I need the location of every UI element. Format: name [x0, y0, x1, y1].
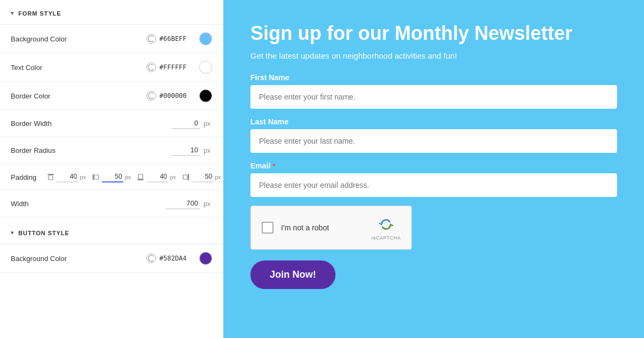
padding-top-icon: [46, 173, 55, 181]
btn-bg-color-hex: #582DA4: [159, 255, 196, 262]
form-title: Sign up for our Monthly Newsletter: [250, 22, 617, 45]
border-radius-input[interactable]: [171, 145, 200, 156]
captcha-left: I'm not a robot: [262, 222, 329, 234]
text-color-row: Text Color #FFFFFF: [0, 53, 223, 82]
recaptcha-label: reCAPTCHA: [372, 235, 401, 241]
left-panel: ▾ FORM STYLE Background Color #66BEFF Te…: [0, 0, 223, 338]
padding-bottom-input[interactable]: [146, 172, 168, 182]
padding-top-unit: px: [80, 174, 86, 180]
padding-right-group: px: [181, 172, 221, 182]
border-width-row: Border Width px: [0, 110, 223, 137]
form-subtitle: Get the latest updates on neighborhood a…: [250, 51, 617, 60]
button-style-title: BUTTON STYLE: [18, 230, 69, 236]
email-label: Email *: [250, 161, 617, 170]
text-color-reset-icon[interactable]: [146, 62, 156, 72]
svg-rect-1: [48, 175, 53, 180]
text-color-hex: #FFFFFF: [159, 64, 196, 71]
bg-color-swatch[interactable]: [199, 32, 212, 45]
btn-bg-color-reset-icon[interactable]: [146, 254, 156, 263]
bg-color-label: Background Color: [11, 35, 142, 43]
last-name-input[interactable]: [250, 129, 617, 153]
width-row: Width px: [0, 191, 223, 217]
btn-bg-color-row: Background Color #582DA4: [0, 244, 223, 273]
padding-row: Padding px px: [0, 164, 223, 191]
bg-color-reset-icon[interactable]: [146, 34, 156, 44]
border-color-controls: #000000: [146, 89, 212, 102]
padding-left-icon: [92, 173, 100, 181]
captcha-checkbox[interactable]: [262, 222, 274, 234]
captcha-box[interactable]: I'm not a robot reCAPTCHA: [250, 206, 412, 250]
btn-bg-color-controls: #582DA4: [146, 252, 212, 265]
padding-top-group: px: [46, 172, 86, 182]
form-style-title: FORM STYLE: [18, 10, 61, 17]
border-color-reset-icon[interactable]: [146, 91, 156, 101]
text-color-label: Text Color: [11, 64, 142, 72]
captcha-right: reCAPTCHA: [372, 215, 401, 241]
width-label: Width: [11, 200, 162, 208]
svg-rect-6: [188, 174, 189, 180]
width-unit: px: [204, 200, 212, 208]
border-radius-row: Border Radius px: [0, 137, 223, 164]
border-color-hex: #000000: [159, 92, 196, 100]
padding-left-unit: px: [125, 174, 131, 180]
first-name-input[interactable]: [250, 85, 617, 109]
padding-left-input[interactable]: [102, 172, 123, 182]
button-style-chevron: ▾: [11, 229, 14, 236]
padding-right-icon: [181, 173, 190, 181]
svg-rect-2: [93, 174, 94, 180]
last-name-label: Last Name: [250, 117, 617, 126]
border-width-input[interactable]: [171, 118, 200, 129]
bg-color-controls: #66BEFF: [146, 32, 212, 45]
border-radius-controls: px: [171, 145, 212, 156]
svg-rect-0: [47, 174, 54, 175]
border-width-controls: px: [171, 118, 212, 129]
padding-bottom-group: px: [136, 172, 176, 182]
border-radius-label: Border Radius: [11, 146, 167, 154]
button-style-header[interactable]: ▾ BUTTON STYLE: [0, 220, 223, 244]
form-container: Sign up for our Monthly Newsletter Get t…: [250, 22, 617, 289]
padding-right-unit: px: [215, 174, 221, 180]
svg-rect-5: [138, 174, 143, 179]
border-color-swatch[interactable]: [199, 89, 212, 102]
svg-rect-4: [137, 179, 144, 180]
padding-label: Padding: [11, 173, 40, 181]
border-color-label: Border Color: [11, 92, 142, 100]
form-style-header[interactable]: ▾ FORM STYLE: [0, 0, 223, 24]
join-now-button[interactable]: Join Now!: [250, 260, 335, 289]
recaptcha-logo: [376, 215, 396, 234]
width-input[interactable]: [166, 198, 200, 209]
bg-color-row: Background Color #66BEFF: [0, 25, 223, 53]
right-panel: Sign up for our Monthly Newsletter Get t…: [223, 0, 644, 338]
email-input[interactable]: [250, 173, 617, 197]
bg-color-hex: #66BEFF: [159, 35, 196, 43]
svg-rect-7: [183, 175, 187, 179]
btn-bg-color-label: Background Color: [11, 255, 142, 263]
width-controls: px: [166, 198, 212, 209]
svg-rect-3: [94, 175, 99, 179]
border-radius-unit: px: [204, 147, 212, 154]
captcha-text: I'm not a robot: [281, 223, 329, 232]
padding-left-group: px: [92, 172, 131, 182]
border-width-unit: px: [204, 120, 212, 128]
form-style-chevron: ▾: [11, 10, 14, 17]
padding-bottom-icon: [136, 173, 145, 181]
padding-right-input[interactable]: [192, 172, 213, 182]
text-color-controls: #FFFFFF: [146, 61, 212, 74]
padding-top-input[interactable]: [57, 172, 78, 182]
first-name-label: First Name: [250, 73, 617, 82]
required-star: *: [272, 162, 275, 170]
btn-bg-color-swatch[interactable]: [199, 252, 212, 265]
text-color-swatch[interactable]: [199, 61, 212, 74]
border-width-label: Border Width: [11, 119, 167, 128]
padding-bottom-unit: px: [170, 174, 176, 180]
border-color-row: Border Color #000000: [0, 82, 223, 110]
